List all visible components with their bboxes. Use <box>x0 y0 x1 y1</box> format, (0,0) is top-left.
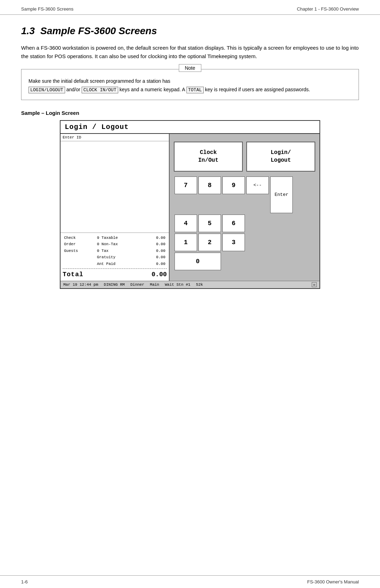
guests-col2: 0 Tax <box>96 248 143 254</box>
footer-left: 1-6 <box>21 579 28 584</box>
numpad-3[interactable]: 3 <box>222 234 245 251</box>
status-area: DINING RM <box>104 283 125 287</box>
clock-in-out-key: CLOCK IN/OUT <box>82 87 118 93</box>
summary-row-antpaid: Ant Paid 0.00 <box>63 261 166 267</box>
check-label: Check <box>63 235 95 241</box>
clock-in-out-button[interactable]: ClockIn/Out <box>174 142 243 172</box>
numpad-2[interactable]: 2 <box>198 234 221 251</box>
antpaid-amount: 0.00 <box>144 261 166 267</box>
pos-title-bar: Login / Logout <box>61 121 319 134</box>
antpaid-label: Ant Paid <box>96 261 143 267</box>
pos-total-amount: 0.00 <box>129 270 167 279</box>
status-meal: Dinner <box>130 283 144 287</box>
summary-row-gratuity: Gratuity 0.00 <box>63 254 166 260</box>
check-col2: 9 Taxable <box>96 235 143 241</box>
numpad-5[interactable]: 5 <box>198 215 221 232</box>
pos-summary: Check 9 Taxable 0.00 Order 0 Non-Tax 0.0… <box>61 233 169 281</box>
chapter-title: 1.3 Sample FS-3600 Screens <box>21 25 359 37</box>
numpad-8[interactable]: 8 <box>198 177 221 194</box>
summary-table: Check 9 Taxable 0.00 Order 0 Non-Tax 0.0… <box>63 234 167 268</box>
footer-right: FS-3600 Owner's Manual <box>307 579 359 584</box>
check-col3: 0.00 <box>144 235 166 241</box>
total-key: TOTAL <box>186 87 204 93</box>
note-box: Note Make sure the initial default scree… <box>21 69 359 100</box>
numpad-row-0: 0 <box>174 252 315 271</box>
status-station: Wait Stn #1 <box>165 283 190 287</box>
header-left: Sample FS-3600 Screens <box>21 6 74 12</box>
pos-status-bar: Mar 19 12:44 pm DINING RM Dinner Main Wa… <box>61 281 319 288</box>
summary-row-order: Order 0 Non-Tax 0.00 <box>63 241 166 247</box>
pos-left-panel: Enter ID Check 9 Taxable 0.00 Order 0 No… <box>61 134 170 281</box>
intro-paragraph: When a FS-3600 workstation is powered on… <box>21 44 359 61</box>
status-datetime: Mar 19 12:44 pm <box>63 283 98 287</box>
numpad-row-2: 4 5 6 <box>174 214 315 233</box>
pos-right-panel: ClockIn/Out Login/Logout 7 8 9 <-- Enter <box>170 134 319 281</box>
numpad-row-1: 7 8 9 <-- Enter <box>174 176 315 214</box>
header-right: Chapter 1 - FS-3600 Overview <box>297 6 359 12</box>
status-indicator: ☒ <box>312 282 317 287</box>
gratuity-amount: 0.00 <box>144 254 166 260</box>
order-col3: 0.00 <box>144 241 166 247</box>
guests-label: Guests <box>63 248 95 254</box>
status-memory: 52k <box>196 283 203 287</box>
numpad-0[interactable]: 0 <box>175 253 221 270</box>
login-logout-key: LOGIN/LOGOUT <box>28 87 65 93</box>
function-buttons-row: ClockIn/Out Login/Logout <box>174 142 315 172</box>
status-section: Main <box>150 283 159 287</box>
summary-row-guests: Guests 0 Tax 0.00 <box>63 248 166 254</box>
pos-enter-id-label: Enter ID <box>61 134 169 141</box>
numpad-7[interactable]: 7 <box>175 177 197 194</box>
pos-input-area[interactable] <box>61 141 169 233</box>
pos-screen: Login / Logout Enter ID Check 9 Taxable … <box>60 120 320 289</box>
numpad-enter[interactable]: Enter <box>270 177 293 213</box>
summary-row-check: Check 9 Taxable 0.00 <box>63 235 166 241</box>
pos-total-label: Total <box>63 270 83 279</box>
numpad: 7 8 9 <-- Enter 4 5 6 1 2 <box>174 176 315 271</box>
guests-col3: 0.00 <box>144 248 166 254</box>
numpad-6[interactable]: 6 <box>222 215 245 232</box>
numpad-1[interactable]: 1 <box>175 234 197 251</box>
numpad-row-3: 1 2 3 <box>174 233 315 252</box>
subsection-label: Sample – Login Screen <box>21 110 359 116</box>
note-label: Note <box>179 64 201 72</box>
note-text: Make sure the initial default screen pro… <box>28 75 352 94</box>
numpad-9[interactable]: 9 <box>222 177 245 194</box>
numpad-4[interactable]: 4 <box>175 215 197 232</box>
numpad-backspace[interactable]: <-- <box>246 177 269 194</box>
gratuity-label: Gratuity <box>96 254 143 260</box>
order-label: Order <box>63 241 95 247</box>
login-logout-button[interactable]: Login/Logout <box>246 142 315 172</box>
order-col2: 0 Non-Tax <box>96 241 143 247</box>
